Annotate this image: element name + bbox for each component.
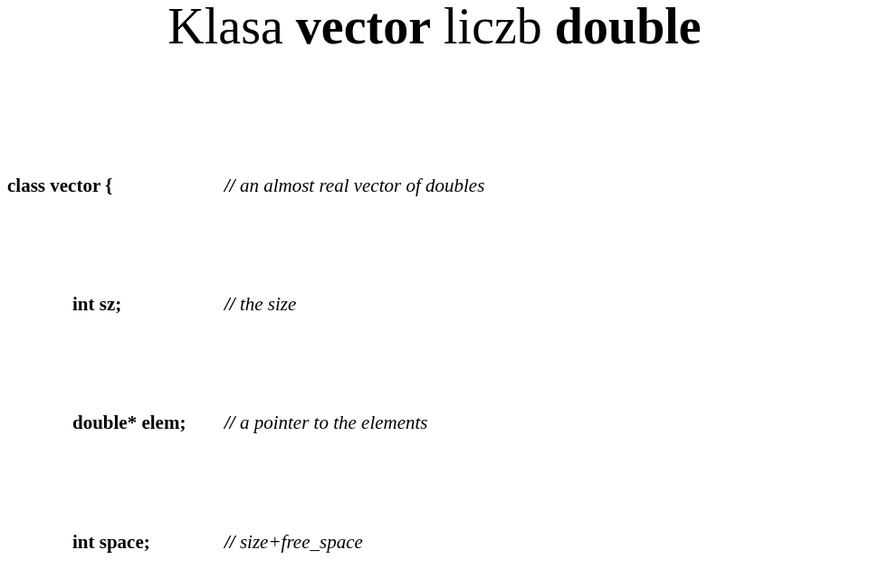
- code-block: class vector { // an almost real vector …: [7, 79, 862, 588]
- slide: Klasa vector liczb double class vector {…: [0, 0, 869, 588]
- code-line: int sz; // the size: [7, 292, 862, 316]
- code-text: int space;: [7, 530, 150, 554]
- comment-slash: //: [224, 293, 240, 315]
- code-text: double* elem;: [7, 411, 186, 434]
- title-word-4: double: [555, 0, 702, 54]
- title-word-2: vector: [296, 0, 431, 54]
- comment-slash: //: [224, 531, 240, 553]
- comment-text: an almost real vector of doubles: [240, 175, 484, 196]
- comment-text: a pointer to the elements: [240, 412, 428, 433]
- code-text: int sz;: [7, 292, 121, 316]
- code-line: class vector { // an almost real vector …: [7, 174, 862, 197]
- code-text: class vector {: [7, 174, 224, 197]
- title-word-3: liczb: [431, 0, 555, 54]
- title-word-1: Klasa: [167, 0, 296, 54]
- comment-slash: //: [224, 412, 240, 433]
- code-line: double* elem; // a pointer to the elemen…: [7, 411, 862, 434]
- code-line: int space; // size+free_space: [7, 530, 862, 554]
- comment-text: the size: [240, 293, 296, 315]
- slide-title: Klasa vector liczb double: [7, 0, 862, 53]
- comment-text: size+free_space: [240, 531, 363, 553]
- comment-slash: //: [224, 175, 240, 196]
